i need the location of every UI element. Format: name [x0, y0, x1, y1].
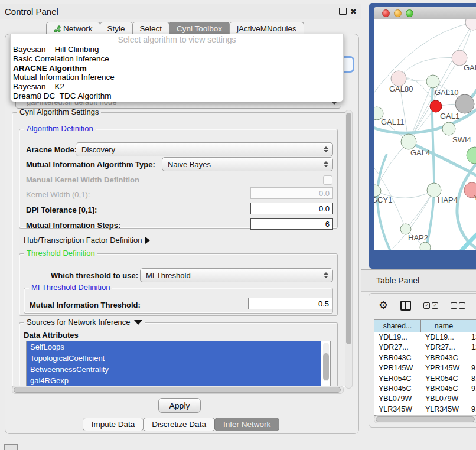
data-attribute-item[interactable]: BetweennessCentrality [27, 364, 321, 375]
tab-label: Impute Data [92, 420, 135, 429]
network-canvas[interactable]: GALGAL80GAL10GAL1GAL11SWI4GAL4GCY1HAP4YH… [374, 19, 476, 250]
mi-type-label: Mutual Information Algorithm Type: [26, 160, 155, 169]
tab-network[interactable]: Network [46, 22, 100, 35]
float-window-icon[interactable] [339, 8, 347, 15]
column-header[interactable]: shared... [374, 320, 421, 332]
algorithm-option[interactable]: Mutual Information Inference [11, 73, 343, 82]
unchecked-pair-icon[interactable] [451, 302, 465, 309]
network-node[interactable] [420, 242, 431, 250]
network-node-gcy1[interactable] [374, 185, 381, 197]
aracne-mode-label: Aracne Mode: [26, 145, 77, 154]
tab-select[interactable]: Select [132, 22, 170, 35]
mi-threshold-label: Mutual Information Threshold: [30, 301, 141, 309]
mi-steps-input[interactable] [250, 218, 333, 230]
hub-definition-toggle[interactable]: Hub/Transcription Factor Definition [24, 236, 150, 244]
sources-title: Sources for Network Inference [27, 318, 131, 327]
algorithm-option[interactable]: ARACNE Algorithm [11, 64, 343, 73]
tab-label: jActiveMNodules [237, 24, 296, 33]
network-node[interactable] [467, 147, 476, 164]
network-icon [54, 25, 61, 32]
table-cell: YBR043C [421, 353, 467, 363]
hub-definition-label: Hub/Transcription Factor Definition [24, 236, 142, 244]
table-row[interactable]: YLR345WYLR345W9. [374, 405, 476, 415]
kernel-width-input[interactable] [250, 187, 333, 199]
checked-pair-icon[interactable]: ✓✓ [423, 302, 438, 309]
minimized-panel-icon[interactable] [4, 444, 18, 450]
table-row[interactable]: YDR27...YDR27...12 [374, 343, 476, 353]
table-row[interactable]: YBR043CYBR043C [374, 353, 476, 363]
manual-kernel-checkbox[interactable] [323, 175, 332, 185]
data-attribute-item[interactable]: SelfLoops [27, 341, 321, 353]
node-label: Y [474, 193, 476, 202]
table-row[interactable]: YER054CYER054C8. [374, 374, 476, 384]
minimize-traffic-light-icon[interactable] [394, 9, 402, 17]
table-row[interactable]: YPR145WYPR145W9. [374, 363, 476, 373]
which-threshold-combobox[interactable]: MI Threshold [140, 268, 333, 282]
settings-vertical-scrollbar[interactable] [345, 110, 353, 389]
network-node-swi4[interactable] [442, 122, 455, 135]
tab-label: Style [107, 24, 125, 33]
table-toolbar: ⚙ ✓✓ [379, 299, 476, 311]
mi-algorithm-type-combobox[interactable]: Naive Bayes [162, 157, 333, 171]
tab-cyni-toolbox[interactable]: Cyni Toolbox [169, 22, 230, 35]
algorithm-option[interactable]: Dream8 DC_TDC Algorithm [11, 92, 343, 101]
table-panel-titlebar: Table Panel [361, 269, 476, 292]
data-attribute-item[interactable]: gal4RGexp [27, 375, 321, 386]
tab-infer-network[interactable]: Infer Network [214, 418, 279, 431]
combo-stepper-icon [324, 272, 328, 278]
control-panel-title: Control Panel [5, 6, 58, 17]
network-node-gal4[interactable] [401, 134, 416, 149]
combo-stepper-icon [324, 161, 328, 167]
aracne-mode-combobox[interactable]: Discovery [76, 142, 333, 156]
data-attribute-item[interactable]: TopologicalCoefficient [27, 353, 321, 364]
algorithm-option[interactable]: Basic Correlation Inference [11, 54, 343, 64]
network-node[interactable] [455, 94, 474, 113]
network-window-titlebar[interactable] [374, 7, 476, 19]
tab-discretize-data[interactable]: Discretize Data [143, 418, 215, 431]
node-label: HAP4 [438, 195, 458, 204]
tab-jactivemnodules[interactable]: jActiveMNodules [229, 22, 304, 35]
gear-icon[interactable]: ⚙ [379, 300, 388, 311]
network-node[interactable] [465, 19, 476, 30]
data-attributes-list[interactable]: SelfLoopsTopologicalCoefficientBetweenne… [26, 341, 331, 387]
table-row[interactable]: YDL19...YDL19...13 [374, 332, 476, 343]
network-node-gal1[interactable] [430, 100, 442, 112]
network-edge [432, 81, 434, 190]
node-label: GAL1 [440, 112, 459, 120]
apply-button[interactable]: Apply [158, 398, 201, 413]
control-panel-tab-bar: Network Style Select Cyni Toolbox jActiv… [46, 21, 304, 35]
list-scrollbar[interactable] [323, 343, 329, 381]
tab-impute-data[interactable]: Impute Data [83, 418, 144, 431]
tab-label: Cyni Toolbox [177, 24, 222, 33]
table-panel: ⚙ ✓✓ shared...nameA YDL19...YDL19...13YD… [369, 293, 476, 428]
zoom-traffic-light-icon[interactable] [406, 9, 413, 17]
collapse-down-icon [134, 320, 142, 325]
table-row[interactable]: YBL079WYBL079W [374, 394, 476, 404]
tab-style[interactable]: Style [100, 22, 133, 35]
network-node-gal10[interactable] [426, 75, 439, 88]
node-label: GAL80 [389, 84, 413, 93]
table-row[interactable]: YBR045CYBR045C9. [374, 384, 476, 394]
table-cell: YER054C [374, 374, 421, 384]
close-icon[interactable]: ✖ [350, 8, 357, 15]
table-cell [467, 394, 476, 404]
split-columns-icon[interactable] [400, 301, 411, 311]
table-cell: YDR27... [374, 343, 421, 353]
settings-horizontal-scrollbar[interactable] [12, 386, 344, 394]
table-header-row: shared...nameA [374, 320, 476, 332]
algorithm-option[interactable]: Bayesian – K2 [11, 82, 343, 92]
column-header[interactable]: name [421, 320, 467, 332]
node-label: HAP2 [408, 233, 428, 242]
network-edge [399, 57, 459, 79]
dpi-tolerance-input[interactable] [250, 203, 333, 214]
network-edge [409, 22, 473, 142]
table-cell: 12 [467, 343, 476, 353]
table-cell: YLR345W [421, 405, 467, 415]
mi-threshold-input[interactable] [248, 298, 332, 309]
node-label: SWI4 [452, 135, 471, 144]
column-header[interactable]: A [467, 320, 476, 332]
algorithm-placeholder: Select algorithm to view settings [11, 34, 343, 45]
table-horizontal-scrollbar[interactable] [374, 415, 476, 423]
algorithm-option[interactable]: Bayesian – Hill Climbing [11, 45, 343, 54]
close-traffic-light-icon[interactable] [382, 9, 390, 17]
